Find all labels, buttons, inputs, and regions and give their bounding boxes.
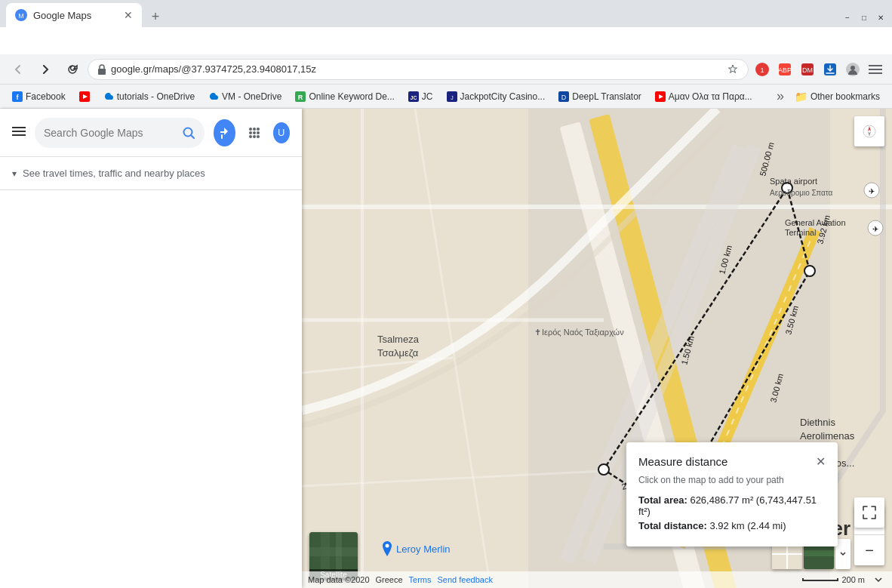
expand-map-button[interactable] (854, 497, 884, 528)
folder-icon: 📁 (795, 91, 807, 103)
svg-point-37 (257, 128, 260, 131)
svg-text:General Aviation: General Aviation (785, 218, 846, 227)
other-bookmarks[interactable]: 📁 Other bookmarks (789, 91, 886, 103)
measure-total-area: Total area: 626,486.77 m² (6,743,447.51 … (638, 494, 826, 517)
close-window-button[interactable]: ✕ (875, 12, 886, 23)
svg-text:M: M (18, 12, 24, 20)
svg-point-40 (257, 131, 260, 134)
map-attribution: Map data ©2020 Greece Terms Send feedbac… (302, 571, 892, 588)
total-area-label: Total area: (638, 494, 687, 506)
user-avatar[interactable]: U (273, 122, 290, 143)
bookmark-youtube[interactable] (73, 88, 96, 106)
attribution-expand-button[interactable] (871, 572, 886, 587)
adblock-icon[interactable]: ABP (774, 59, 795, 80)
google-apps-button[interactable] (245, 121, 264, 145)
search-input[interactable] (44, 127, 176, 139)
measure-close-button[interactable]: ✕ (816, 454, 826, 469)
user-icon[interactable] (842, 59, 863, 80)
bookmark-jc-icon[interactable]: JC JC (402, 88, 439, 106)
location-pin-icon (381, 541, 393, 556)
back-button[interactable] (6, 57, 30, 82)
measure-hint: Click on the map to add to your path (638, 475, 826, 485)
download-icon[interactable] (820, 59, 841, 80)
leroy-merlin-label[interactable]: Leroy Merlin (381, 541, 451, 556)
svg-text:Spata airport: Spata airport (770, 177, 817, 186)
left-panel: U ▾ See travel times, traffic and nearby… (0, 109, 302, 588)
scale-text: 200 m (841, 575, 865, 584)
svg-text:JC: JC (410, 95, 417, 100)
svg-line-33 (191, 135, 194, 138)
send-feedback-link[interactable]: Send feedback (438, 575, 493, 584)
refresh-button[interactable] (60, 57, 85, 82)
search-input-wrap[interactable] (35, 118, 205, 148)
measure-total-distance: Total distance: 3.92 km (2.44 mi) (638, 520, 826, 531)
zoom-out-button[interactable]: − (854, 535, 884, 565)
svg-point-84 (386, 544, 389, 548)
measure-title: Measure distance (638, 455, 727, 468)
svg-rect-86 (309, 547, 358, 556)
forward-button[interactable] (33, 57, 57, 82)
bookmarks-bar: f Facebook tutorials - OneDrive VM - One… (0, 85, 892, 109)
bookmark-youtube2[interactable]: Αμαν Ολα τα Παρα... (649, 88, 758, 106)
tab-close-button[interactable]: ✕ (124, 9, 133, 21)
svg-text:D: D (561, 94, 567, 101)
compass-button[interactable] (854, 116, 884, 146)
search-bar: U (0, 109, 302, 157)
bookmark-deepl[interactable]: D DeepL Translator (552, 88, 647, 106)
svg-text:✈: ✈ (872, 225, 878, 233)
maps-menu-button[interactable] (12, 125, 26, 140)
title-bar: M Google Maps ✕ + − □ ✕ (0, 0, 892, 27)
extensions-button[interactable]: 1 (752, 59, 773, 80)
address-bar[interactable]: google.gr/maps/@37.9374725,23.9408017,15… (88, 59, 749, 80)
svg-text:Tsalmeza: Tsalmeza (377, 334, 420, 345)
svg-point-38 (249, 131, 252, 134)
map-data-label: Map data ©2020 (308, 575, 370, 584)
chevron-down-icon: ▾ (12, 168, 17, 179)
svg-text:Diethnis: Diethnis (800, 417, 835, 428)
svg-rect-2 (98, 69, 106, 75)
scale-bar: 200 m (802, 575, 865, 584)
svg-text:Ιερός Ναός Ταξιαρχών: Ιερός Ναός Ταξιαρχών (542, 328, 624, 337)
measure-popup-header: Measure distance ✕ (638, 454, 826, 469)
svg-text:✈: ✈ (869, 187, 875, 195)
bookmark-facebook[interactable]: f Facebook (6, 88, 72, 106)
svg-text:Aerolimenas: Aerolimenas (800, 430, 855, 442)
new-tab-button[interactable]: + (145, 6, 166, 27)
svg-point-11 (850, 66, 855, 70)
minimize-button[interactable]: − (842, 12, 853, 23)
bookmark-onedrive-vm[interactable]: VM - OneDrive (202, 88, 288, 106)
svg-point-42 (253, 135, 256, 138)
bookmark-keyword[interactable]: R Online Keyword De... (289, 88, 400, 106)
url-text: google.gr/maps/@37.9374725,23.9408017,15… (111, 63, 722, 75)
directions-button[interactable] (214, 119, 235, 146)
svg-text:DM: DM (802, 66, 813, 74)
svg-text:Terminal: Terminal (785, 228, 817, 237)
tab-bar: M Google Maps ✕ + − □ ✕ (0, 0, 892, 27)
svg-rect-96 (804, 550, 834, 556)
bookmark-onedrive-tutorials[interactable]: tutorials - OneDrive (97, 88, 201, 106)
travel-times-bar[interactable]: ▾ See travel times, traffic and nearby p… (0, 157, 302, 190)
active-tab[interactable]: M Google Maps ✕ (6, 3, 142, 27)
terms-link[interactable]: Terms (409, 575, 432, 584)
svg-text:R: R (298, 94, 303, 101)
compass-icon (854, 116, 884, 146)
svg-text:ABP: ABP (778, 66, 792, 74)
expand-icon (854, 497, 884, 528)
maps-favicon: M (15, 9, 27, 21)
svg-text:Αεροδρομιο Σπατα: Αεροδρομιο Σπατα (770, 189, 833, 197)
layers-expand-button[interactable] (835, 539, 850, 569)
svg-text:✝: ✝ (534, 328, 541, 337)
scale-line (802, 578, 838, 581)
map-area[interactable]: 500.00 m 3.92 km 1.00 km 1.50 km 2.00 km… (302, 109, 892, 588)
bookmark-jackpotcity[interactable]: J JackpotCity Casino... (441, 88, 552, 106)
bookmarks-more-button[interactable]: » (774, 88, 787, 104)
maximize-button[interactable]: □ (859, 12, 869, 23)
chrome-menu-button[interactable] (865, 59, 886, 80)
bookmark-star-icon[interactable] (727, 63, 739, 75)
svg-point-41 (249, 135, 252, 138)
maps-container: U ▾ See travel times, traffic and nearby… (0, 109, 892, 588)
dailymotion-icon[interactable]: DM (797, 59, 818, 80)
svg-point-55 (598, 464, 609, 475)
total-distance-label: Total distance: (638, 520, 707, 531)
svg-point-39 (253, 131, 256, 134)
